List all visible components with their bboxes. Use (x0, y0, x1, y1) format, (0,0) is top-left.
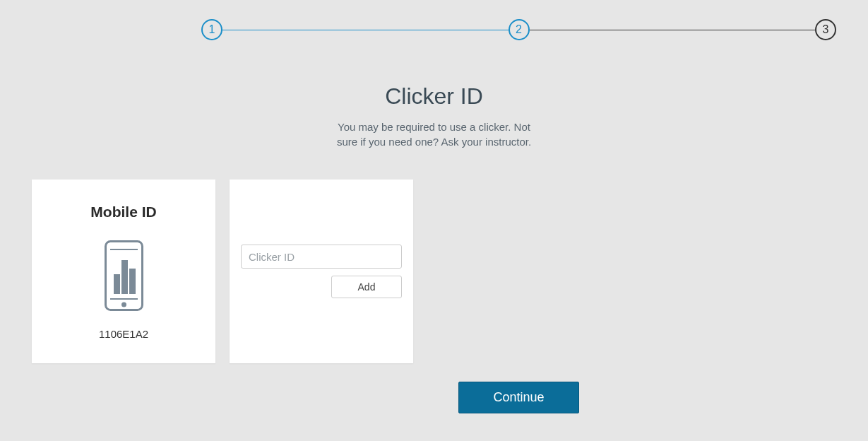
svg-rect-6 (129, 269, 136, 294)
svg-point-3 (121, 302, 126, 307)
step-1[interactable]: 1 (201, 19, 222, 40)
continue-button[interactable]: Continue (458, 382, 579, 413)
step-2-label: 2 (516, 23, 522, 36)
page-title: Clicker ID (0, 83, 868, 110)
step-1-label: 1 (209, 23, 215, 36)
page-header: Clicker ID You may be required to use a … (0, 83, 868, 149)
progress-stepper: 1 2 3 (201, 16, 836, 44)
phone-bars-icon (105, 240, 143, 311)
step-line-2-3 (530, 30, 816, 30)
add-button[interactable]: Add (331, 276, 402, 298)
cards-row: Mobile ID 1106E1A2 Add (32, 180, 413, 363)
mobile-id-value: 1106E1A2 (99, 328, 148, 340)
add-row: Add (241, 276, 402, 298)
clicker-id-card: Add (230, 180, 413, 363)
step-3-label: 3 (823, 23, 829, 36)
mobile-id-card: Mobile ID 1106E1A2 (32, 180, 215, 363)
page-subtitle: You may be required to use a clicker. No… (328, 119, 540, 149)
step-line-1-2 (222, 30, 509, 30)
svg-rect-5 (121, 260, 128, 294)
step-3: 3 (815, 19, 836, 40)
svg-rect-4 (114, 274, 120, 294)
step-2[interactable]: 2 (509, 19, 530, 40)
clicker-id-input[interactable] (241, 245, 402, 269)
mobile-id-title: Mobile ID (90, 204, 156, 220)
